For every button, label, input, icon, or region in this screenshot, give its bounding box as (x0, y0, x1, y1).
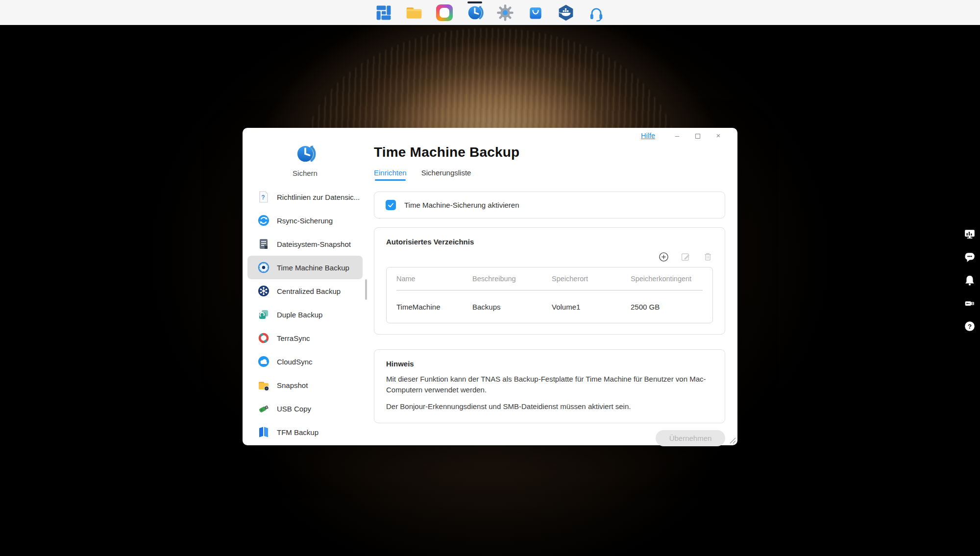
delete-button[interactable] (703, 252, 713, 262)
hint-paragraph-1: Mit dieser Funktion kann der TNAS als Ba… (386, 374, 713, 395)
sidebar-list: ? Richtlinien zur Datensic... Rsync-Sich… (243, 185, 368, 444)
cell-speicherort: Volume1 (552, 303, 631, 311)
maximize-icon (695, 134, 700, 139)
help-icon[interactable]: ? (964, 320, 976, 332)
close-button[interactable]: × (708, 128, 729, 144)
authorized-directory-card: Autorisiertes Verzeichnis (374, 227, 725, 335)
quick-access-rail: ? (964, 228, 976, 332)
usb-stick-icon (257, 402, 270, 415)
usb-device-icon[interactable] (964, 297, 976, 309)
backup-clock-icon (466, 3, 484, 22)
tab-einrichten[interactable]: Einrichten (374, 169, 407, 181)
authorized-directory-title: Autorisiertes Verzeichnis (386, 238, 713, 246)
edit-button[interactable] (681, 252, 691, 262)
check-icon (387, 201, 394, 209)
headset-icon (588, 4, 605, 22)
authorized-directory-toolbar (386, 252, 713, 262)
taskbar (0, 0, 980, 25)
terrasync-ring-icon (257, 332, 270, 344)
page-title: Time Machine Backup (374, 145, 725, 160)
notifications-bell-icon[interactable] (964, 274, 976, 286)
hint-card: Hinweis Mit dieser Funktion kann der TNA… (374, 349, 725, 423)
enable-checkbox[interactable] (386, 200, 396, 210)
sidebar-item-usb-copy[interactable]: USB Copy (247, 397, 363, 420)
maximize-button[interactable] (687, 128, 708, 144)
docker-whale-icon (557, 4, 575, 22)
sidebar-item-label: Richtlinien zur Datensic... (277, 193, 360, 201)
sidebar-item-centralized-backup[interactable]: Centralized Backup (247, 279, 363, 303)
svg-text:?: ? (968, 323, 972, 330)
add-button[interactable] (659, 252, 669, 262)
sidebar-item-duple-backup[interactable]: Duple Backup (247, 303, 363, 326)
taskbar-app-backup[interactable] (466, 3, 484, 22)
folder-icon (405, 4, 423, 22)
grid-icon (375, 4, 392, 22)
sidebar-item-tfm-backup[interactable]: TFM Backup (247, 420, 363, 444)
snapshot-folder-icon (257, 379, 270, 391)
taskbar-app-app-center[interactable] (526, 3, 545, 22)
taskbar-app-settings[interactable] (496, 3, 514, 22)
sidebar-item-snapshot[interactable]: Snapshot (247, 373, 363, 397)
sidebar-item-label: Duple Backup (277, 311, 322, 319)
sidebar-scrollbar[interactable] (365, 279, 367, 300)
cell-speicherkontingent: 2500 GB (631, 303, 703, 311)
hint-title: Hinweis (386, 360, 713, 368)
sidebar-item-label: Time Machine Backup (277, 264, 349, 272)
cloud-circle-icon (257, 355, 270, 368)
window-titlebar: Hilfe – × (641, 128, 737, 144)
app-header: Sichern (243, 143, 368, 177)
sidebar-item-label: Dateisystem-Snapshot (277, 240, 351, 248)
enable-checkbox-label: Time Machine-Sicherung aktivieren (404, 201, 519, 209)
tab-sicherungsliste[interactable]: Sicherungsliste (421, 169, 471, 181)
resize-handle-icon[interactable] (729, 436, 736, 444)
authorized-directory-table: Name Beschreibung Speicherort Speicherko… (386, 267, 713, 323)
cell-name: TimeMachine (396, 303, 472, 311)
apply-button[interactable]: Übernehmen (656, 430, 725, 446)
sidebar-item-rsync[interactable]: Rsync-Sicherung (247, 209, 363, 232)
column-header-speicherkontingent: Speicherkontingent (631, 275, 703, 283)
hint-paragraph-2: Der Bonjour-Erkennungsdienst und SMB-Dat… (386, 401, 713, 412)
sidebar-item-label: TerraSync (277, 334, 310, 342)
sidebar-item-label: Rsync-Sicherung (277, 217, 333, 225)
sidebar-item-richtlinien[interactable]: ? Richtlinien zur Datensic... (247, 185, 363, 209)
enable-card: Time Machine-Sicherung aktivieren (374, 192, 725, 218)
feedback-chat-icon[interactable] (964, 251, 976, 263)
time-machine-dial-icon (257, 261, 270, 274)
sidebar-item-label: Snapshot (277, 381, 308, 389)
rsync-globe-icon (257, 214, 270, 227)
sidebar-item-time-machine-backup[interactable]: Time Machine Backup (247, 256, 363, 279)
duple-sync-icon (257, 308, 270, 321)
column-header-name: Name (396, 275, 472, 283)
minimize-button[interactable]: – (667, 128, 687, 144)
tab-bar: Einrichten Sicherungsliste (374, 169, 725, 181)
main-panel: Time Machine Backup Einrichten Sicherung… (374, 128, 725, 446)
app-name-label: Sichern (293, 169, 318, 177)
sidebar-item-cloudsync[interactable]: CloudSync (247, 350, 363, 373)
svg-text:?: ? (261, 194, 265, 201)
apply-row: Übernehmen (374, 430, 725, 446)
taskbar-app-file-manager[interactable] (405, 3, 423, 22)
taskbar-app-control-panel[interactable] (374, 3, 393, 22)
photos-icon (436, 4, 453, 21)
sidebar-item-terrasync[interactable]: TerraSync (247, 326, 363, 350)
taskbar-app-docker[interactable] (557, 3, 575, 22)
gear-icon (496, 4, 514, 22)
sidebar: Sichern ? Richtlinien zur Datensic... (243, 128, 368, 445)
time-machine-backup-window: Hilfe – × Sichern ? (243, 128, 737, 445)
taskbar-app-multimedia[interactable] (435, 3, 454, 22)
table-row[interactable]: TimeMachine Backups Volume1 2500 GB (387, 290, 712, 323)
column-header-beschreibung: Beschreibung (472, 275, 552, 283)
filesystem-snapshot-icon (257, 238, 270, 250)
help-link[interactable]: Hilfe (641, 132, 655, 140)
shopping-bag-icon (527, 4, 544, 22)
column-header-speicherort: Speicherort (552, 275, 631, 283)
system-monitor-icon[interactable] (964, 228, 976, 240)
sidebar-item-dateisystem-snapshot[interactable]: Dateisystem-Snapshot (247, 232, 363, 256)
taskbar-app-support[interactable] (587, 3, 606, 22)
tfm-open-book-icon (257, 426, 270, 438)
sidebar-item-label: Centralized Backup (277, 287, 341, 295)
app-clock-icon (294, 143, 317, 165)
sidebar-item-label: TFM Backup (277, 428, 318, 436)
centralized-hub-icon (257, 285, 270, 297)
active-app-indicator (467, 1, 482, 3)
